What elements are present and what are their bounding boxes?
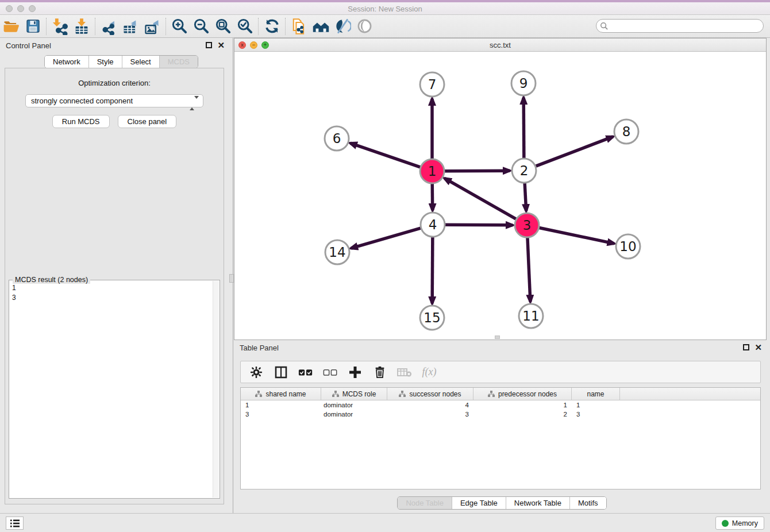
refresh-icon	[264, 18, 280, 34]
zoom-fit-button[interactable]	[212, 17, 234, 36]
graph-edge-2-9[interactable]	[523, 98, 524, 158]
close-panel-icon[interactable]: ✕	[217, 42, 225, 48]
export-table-button[interactable]	[120, 17, 141, 36]
control-panel-header: Control Panel ✕	[0, 38, 233, 54]
control-panel: Control Panel ✕ Network Style Select MCD…	[0, 38, 233, 513]
column-header[interactable]: MCDS role	[321, 388, 387, 400]
toolbar-divider	[258, 18, 259, 35]
show-panels-button[interactable]	[6, 516, 24, 530]
clone-network-button[interactable]	[288, 17, 310, 36]
eye-icon	[356, 18, 373, 34]
column-header[interactable]: predecessor nodes	[473, 388, 572, 400]
graph-edge-4-14[interactable]	[351, 228, 421, 248]
style-visibility-button[interactable]	[332, 17, 353, 36]
toolbar-divider	[95, 18, 95, 35]
delete-table-button[interactable]	[395, 364, 414, 381]
export-network-button[interactable]	[98, 17, 120, 36]
apply-layout-button[interactable]	[261, 17, 283, 36]
toolbar-divider	[165, 18, 166, 35]
graph-edge-2-3[interactable]	[525, 183, 526, 211]
result-scrollbar[interactable]	[213, 281, 219, 498]
plus-icon	[349, 366, 361, 379]
criterion-value: strongly connected component	[31, 97, 133, 105]
table-settings-button[interactable]	[247, 364, 266, 381]
select-all-button[interactable]	[296, 364, 315, 381]
save-session-button[interactable]	[22, 17, 44, 36]
memory-button[interactable]: Memory	[715, 516, 764, 530]
tab-mcds[interactable]: MCDS	[159, 56, 198, 68]
network-canvas[interactable]: 7968124314101511	[234, 52, 766, 340]
application-window: Session: New Session	[0, 0, 770, 532]
tab-motifs[interactable]: Motifs	[569, 497, 606, 509]
graph-edge-3-11[interactable]	[528, 238, 530, 302]
search-field[interactable]	[596, 19, 764, 33]
zoom-in-button[interactable]	[168, 17, 190, 36]
mcds-result-text[interactable]: 1 3	[10, 282, 212, 497]
open-session-button[interactable]	[0, 17, 22, 36]
import-table-button[interactable]	[71, 17, 93, 36]
graph-edge-3-1[interactable]	[445, 178, 516, 219]
close-table-panel-icon[interactable]: ✕	[754, 344, 762, 350]
network-view-title: scc.txt	[234, 41, 766, 49]
zoom-selected-icon	[237, 18, 253, 34]
attribute-icon	[399, 391, 406, 398]
close-panel-button[interactable]: Close panel	[118, 115, 177, 128]
cell-successor-nodes: 4	[387, 402, 473, 408]
table-panel-title: Table Panel	[240, 344, 279, 352]
delete-column-button[interactable]	[370, 364, 390, 381]
mcds-result-box: MCDS result (2 nodes) 1 3	[9, 280, 220, 499]
table-row[interactable]: 3 dominator 3 2 3	[241, 410, 760, 419]
node-table[interactable]: shared name MCDS role successor nodes pr…	[240, 387, 761, 489]
run-mcds-button[interactable]: Run MCDS	[52, 115, 110, 128]
import-network-button[interactable]	[49, 17, 71, 36]
cell-predecessor-nodes: 2	[473, 411, 572, 418]
float-panel-icon[interactable]	[206, 42, 212, 48]
graph-edge-1-2[interactable]	[445, 171, 510, 171]
zoom-selected-button[interactable]	[234, 17, 256, 36]
canvas-hscroll-thumb[interactable]	[495, 336, 500, 339]
import-table-icon	[73, 18, 90, 35]
column-header[interactable]: shared name	[241, 388, 321, 400]
table-row[interactable]: 1 dominator 4 1 1	[241, 400, 760, 410]
graph-edge-1-6[interactable]	[351, 143, 421, 167]
tab-node-table[interactable]: Node Table	[398, 497, 452, 509]
column-header[interactable]: name	[572, 388, 620, 400]
clone-network-icon	[290, 18, 307, 35]
show-columns-button[interactable]	[271, 364, 291, 381]
tab-style[interactable]: Style	[88, 56, 122, 68]
search-input[interactable]	[609, 21, 763, 31]
add-column-button[interactable]	[345, 364, 365, 381]
graph-node-label: 4	[429, 217, 437, 232]
graph-edge-3-10[interactable]	[540, 228, 614, 244]
show-hide-button[interactable]	[353, 17, 375, 36]
panel-splitter-handle[interactable]	[229, 274, 234, 283]
network-overview-button[interactable]	[310, 17, 332, 36]
homes-icon	[312, 17, 330, 35]
tab-edge-table[interactable]: Edge Table	[452, 497, 506, 509]
tab-network-table[interactable]: Network Table	[506, 497, 569, 509]
optimization-criterion-label: Optimization criterion:	[5, 79, 224, 87]
float-table-panel-icon[interactable]	[743, 344, 749, 350]
tab-select[interactable]: Select	[122, 56, 159, 68]
network-window-titlebar[interactable]: x − + scc.txt	[234, 38, 766, 52]
save-icon	[25, 18, 41, 34]
attribute-icon	[255, 391, 262, 398]
function-builder-button[interactable]: f(x)	[419, 364, 439, 381]
export-table-icon	[122, 18, 139, 35]
cell-mcds-role: dominator	[321, 411, 387, 418]
memory-status-icon	[722, 520, 729, 527]
zoom-out-button[interactable]	[190, 17, 212, 36]
cell-name: 1	[572, 402, 620, 408]
graph-node-label: 2	[520, 163, 529, 178]
graph-edge-4-3[interactable]	[445, 225, 513, 225]
export-image-button[interactable]	[141, 17, 163, 36]
tab-network[interactable]: Network	[45, 56, 88, 68]
main-toolbar	[0, 15, 770, 38]
column-header[interactable]: successor nodes	[387, 388, 473, 400]
table-tabs: Node Table Edge Table Network Table Moti…	[397, 496, 606, 510]
graph-node-label: 10	[619, 239, 636, 254]
graph-edge-4-15[interactable]	[432, 237, 433, 303]
graph-edge-2-8[interactable]	[536, 137, 613, 166]
criterion-select[interactable]: strongly connected component	[25, 94, 203, 107]
deselect-all-button[interactable]	[321, 364, 340, 381]
